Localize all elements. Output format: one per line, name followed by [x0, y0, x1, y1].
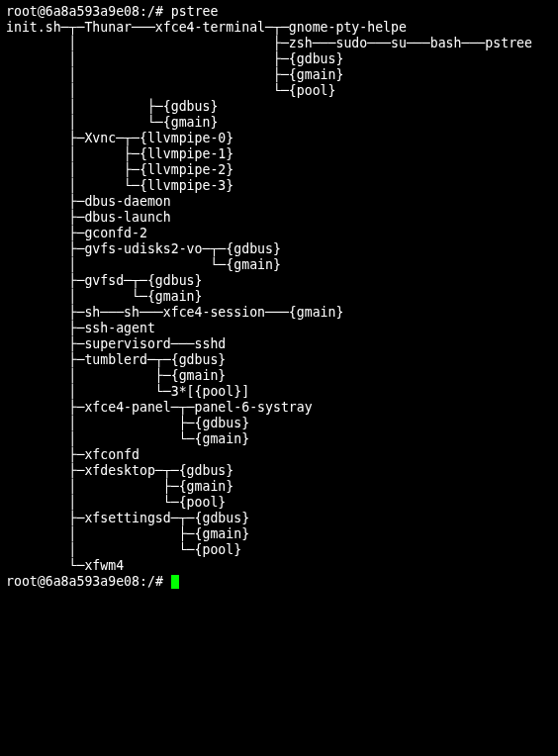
- pstree-line: │ └─{pool}: [6, 542, 241, 557]
- pstree-line: │ └─{gmain}: [6, 431, 249, 446]
- pstree-line: ├─ssh-agent: [6, 321, 155, 335]
- prompt-user: root: [6, 574, 38, 589]
- prompt-sep: #: [155, 574, 163, 589]
- pstree-line: │ └─{gmain}: [6, 257, 281, 272]
- pstree-line: init.sh─┬─Thunar───xfce4-terminal─┬─gnom…: [6, 20, 407, 35]
- pstree-line: │ ├─{gmain}: [6, 479, 233, 494]
- pstree-line: ├─dbus-daemon: [6, 194, 171, 209]
- pstree-line: │ ├─{gdbus}: [6, 51, 343, 66]
- prompt-line-1: root@6a8a593a9e08:/# pstree: [6, 4, 218, 19]
- pstree-line: │ ├─{gmain}: [6, 368, 226, 383]
- terminal-output[interactable]: root@6a8a593a9e08:/# pstree init.sh─┬─Th…: [0, 0, 558, 594]
- prompt-host: 6a8a593a9e08: [46, 574, 140, 589]
- pstree-line: ├─xfsettingsd─┬─{gdbus}: [6, 511, 249, 525]
- pstree-line: │ ├─zsh───sudo───su───bash───pstree: [6, 36, 532, 50]
- prompt-user: root: [6, 4, 38, 19]
- pstree-line: │ ├─{llvmpipe-1}: [6, 146, 233, 161]
- cursor-icon: [171, 575, 179, 589]
- pstree-line: │ └─{pool}: [6, 83, 335, 98]
- pstree-line: │ ├─{gdbus}: [6, 99, 218, 114]
- pstree-line: ├─Xvnc─┬─{llvmpipe-0}: [6, 131, 233, 145]
- command-text: pstree: [171, 4, 219, 19]
- prompt-sep: #: [155, 4, 163, 19]
- pstree-line: │ ├─{gdbus}: [6, 416, 249, 430]
- prompt-cwd: /: [147, 574, 155, 589]
- pstree-line: ├─tumblerd─┬─{gdbus}: [6, 352, 226, 367]
- pstree-line: │ ├─{gmain}: [6, 67, 343, 82]
- pstree-line: │ ├─{llvmpipe-2}: [6, 162, 233, 177]
- pstree-line: │ ├─{gmain}: [6, 526, 249, 541]
- pstree-line: │ └─{pool}: [6, 495, 226, 510]
- pstree-line: └─xfwm4: [6, 558, 124, 573]
- pstree-line: ├─gconfd-2: [6, 226, 147, 240]
- prompt-cwd: /: [147, 4, 155, 19]
- pstree-line: │ └─{gmain}: [6, 289, 203, 304]
- prompt-host: 6a8a593a9e08: [46, 4, 140, 19]
- pstree-line: ├─dbus-launch: [6, 210, 171, 225]
- pstree-line: ├─sh───sh───xfce4-session───{gmain}: [6, 305, 343, 320]
- pstree-line: ├─xfconfd: [6, 447, 140, 462]
- prompt-line-2: root@6a8a593a9e08:/#: [6, 574, 171, 589]
- pstree-line: ├─gvfsd─┬─{gdbus}: [6, 273, 203, 288]
- pstree-line: │ └─3*[{pool}]: [6, 384, 249, 399]
- pstree-line: │ └─{gmain}: [6, 115, 218, 130]
- pstree-line: ├─xfdesktop─┬─{gdbus}: [6, 463, 233, 478]
- pstree-line: ├─supervisord───sshd: [6, 336, 226, 351]
- pstree-line: ├─xfce4-panel─┬─panel-6-systray: [6, 400, 313, 415]
- pstree-line: │ └─{llvmpipe-3}: [6, 178, 233, 193]
- pstree-line: ├─gvfs-udisks2-vo─┬─{gdbus}: [6, 241, 281, 256]
